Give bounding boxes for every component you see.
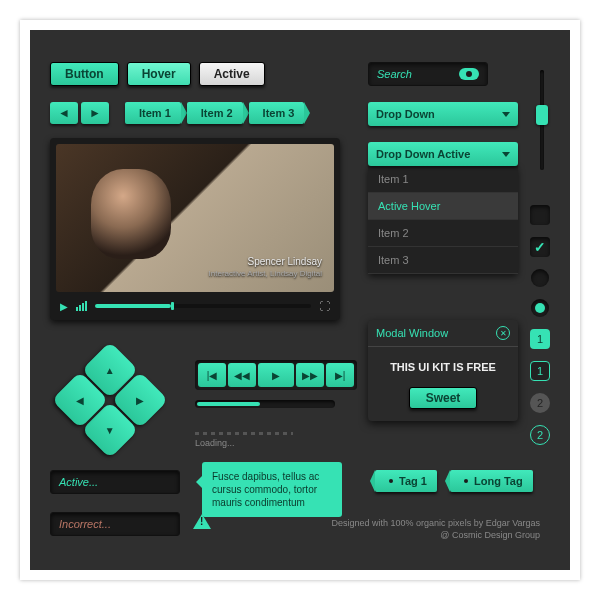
- page-circle-outline[interactable]: 2: [530, 425, 550, 445]
- close-icon[interactable]: ✕: [496, 326, 510, 340]
- next-button[interactable]: ▶|: [326, 363, 354, 387]
- play-icon[interactable]: ▶: [60, 301, 68, 312]
- breadcrumb-item[interactable]: Item 1: [125, 102, 181, 124]
- dropdown-item[interactable]: Item 3: [368, 247, 518, 274]
- back-button[interactable]: ◄: [50, 102, 78, 124]
- tag[interactable]: Tag 1: [375, 470, 437, 492]
- tooltip: Fusce dapibus, tellus ac cursus commodo,…: [202, 462, 342, 517]
- vertical-slider[interactable]: [540, 70, 544, 170]
- breadcrumb-item[interactable]: Item 2: [187, 102, 243, 124]
- button-active[interactable]: Active: [199, 62, 265, 86]
- video-screen[interactable]: Spencer LindsayInteractive Artist, Linds…: [56, 144, 334, 292]
- sweet-button[interactable]: Sweet: [409, 387, 478, 409]
- chevron-down-icon: [502, 152, 510, 157]
- text-input-active[interactable]: Active...: [50, 470, 180, 494]
- page-button-outline[interactable]: 1: [530, 361, 550, 381]
- media-controls: |◀ ◀◀ ▶ ▶▶ ▶|: [195, 360, 357, 390]
- dropdown-closed[interactable]: Drop Down: [368, 102, 518, 126]
- button-hover[interactable]: Hover: [127, 62, 191, 86]
- chevron-down-icon: [502, 112, 510, 117]
- modal-title: Modal Window: [376, 327, 448, 339]
- forward-button[interactable]: ►: [81, 102, 109, 124]
- dpad: ▲ ▶ ▼ ◀: [60, 350, 160, 450]
- radio-unchecked[interactable]: [531, 269, 549, 287]
- video-scrubber[interactable]: [95, 304, 311, 308]
- dropdown-open[interactable]: Drop Down Active: [368, 142, 518, 166]
- button-normal[interactable]: Button: [50, 62, 119, 86]
- dropdown-menu: Item 1 Active Hover Item 2 Item 3: [368, 166, 518, 274]
- search-placeholder: Search: [377, 68, 412, 80]
- dropdown-item[interactable]: Item 2: [368, 220, 518, 247]
- progress-bar[interactable]: [195, 400, 335, 408]
- modal-body: THIS UI KIT IS FREE: [368, 347, 518, 387]
- video-caption: Spencer LindsayInteractive Artist, Linds…: [209, 256, 322, 278]
- dropdown-item[interactable]: Item 1: [368, 166, 518, 193]
- text-input-error[interactable]: Incorrect...: [50, 512, 180, 536]
- tag[interactable]: Long Tag: [450, 470, 533, 492]
- modal-window: Modal Window ✕ THIS UI KIT IS FREE Sweet: [368, 320, 518, 421]
- radio-checked[interactable]: [531, 299, 549, 317]
- volume-icon[interactable]: [76, 301, 87, 311]
- checkbox-checked[interactable]: [530, 237, 550, 257]
- forward-button[interactable]: ▶▶: [296, 363, 324, 387]
- page-button[interactable]: 1: [530, 329, 550, 349]
- eye-icon: [459, 68, 479, 80]
- breadcrumb-item[interactable]: Item 3: [249, 102, 305, 124]
- rewind-button[interactable]: ◀◀: [228, 363, 256, 387]
- play-button[interactable]: ▶: [258, 363, 294, 387]
- loading-bar: Loading...: [195, 432, 335, 448]
- credit-text: Designed with 100% organic pixels by Edg…: [332, 517, 540, 542]
- video-player: Spencer LindsayInteractive Artist, Linds…: [50, 138, 340, 320]
- page-circle[interactable]: 2: [530, 393, 550, 413]
- video-thumbnail: [91, 169, 171, 259]
- dropdown-item-active[interactable]: Active Hover: [368, 193, 518, 220]
- search-input[interactable]: Search: [368, 62, 488, 86]
- fullscreen-icon[interactable]: ⛶: [319, 300, 330, 312]
- slider-thumb[interactable]: [536, 105, 548, 125]
- prev-button[interactable]: |◀: [198, 363, 226, 387]
- checkbox-unchecked[interactable]: [530, 205, 550, 225]
